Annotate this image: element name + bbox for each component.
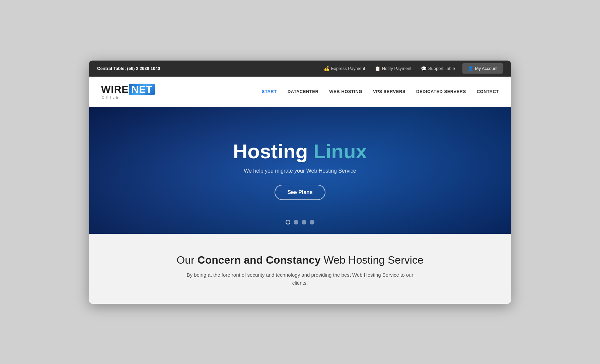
- support-icon: 💬: [421, 66, 427, 71]
- nav-vps-servers[interactable]: VPS SERVERS: [373, 89, 405, 94]
- nav-contact[interactable]: CONTACT: [477, 89, 499, 94]
- hero-title-accent: Linux: [313, 140, 367, 163]
- logo-wire: WIRE: [101, 84, 129, 94]
- notify-icon: 📋: [375, 66, 380, 71]
- notify-payment-label: Notify Payment: [382, 66, 411, 71]
- nav-web-hosting[interactable]: WEB HOSTING: [329, 89, 362, 94]
- logo: WIRENET CHILE: [101, 84, 155, 99]
- top-bar: Central Table: (56) 2 2938 1040 💰 Expres…: [89, 61, 511, 77]
- logo-wrapper: WIRENET CHILE: [101, 84, 155, 99]
- payment-icon: 💰: [324, 66, 329, 71]
- my-account-button[interactable]: 👤 My Account: [462, 63, 503, 74]
- express-payment-label: Express Payment: [331, 66, 365, 71]
- hero-dot-3[interactable]: [302, 220, 306, 224]
- hero-dot-1[interactable]: [286, 220, 290, 224]
- nav-datacenter[interactable]: DATACENTER: [288, 89, 319, 94]
- notify-payment-link[interactable]: 📋 Notify Payment: [370, 66, 416, 71]
- support-table-link[interactable]: 💬 Support Table: [416, 66, 460, 71]
- hero-dot-4[interactable]: [310, 220, 314, 224]
- nav-links: START DATACENTER WEB HOSTING VPS SERVERS…: [262, 89, 499, 94]
- my-account-label: My Account: [475, 66, 498, 71]
- content-heading-bold: Concern and Constancy: [198, 254, 321, 266]
- logo-text: WIRENET: [101, 84, 155, 95]
- support-table-label: Support Table: [428, 66, 455, 71]
- phone-number: Central Table: (56) 2 2938 1040: [97, 66, 160, 71]
- browser-frame: Central Table: (56) 2 2938 1040 💰 Expres…: [89, 61, 511, 304]
- express-payment-link[interactable]: 💰 Express Payment: [319, 66, 370, 71]
- content-section: Our Concern and Constancy Web Hosting Se…: [89, 234, 511, 304]
- content-heading: Our Concern and Constancy Web Hosting Se…: [102, 254, 498, 266]
- hero-subtitle: We help you migrate your Web Hosting Ser…: [233, 168, 367, 174]
- content-subtext: By being at the forefront of security an…: [183, 271, 417, 287]
- account-icon: 👤: [468, 66, 473, 71]
- top-bar-actions: 💰 Express Payment 📋 Notify Payment 💬 Sup…: [319, 63, 503, 74]
- nav-dedicated-servers[interactable]: DEDICATED SERVERS: [416, 89, 466, 94]
- logo-chile: CHILE: [101, 96, 120, 99]
- see-plans-button[interactable]: See Plans: [275, 185, 325, 200]
- nav-start[interactable]: START: [262, 89, 277, 94]
- hero-title: Hosting Linux: [233, 141, 367, 163]
- hero-section: Hosting Linux We help you migrate your W…: [89, 107, 511, 234]
- hero-title-main: Hosting: [233, 140, 313, 163]
- hero-dot-2[interactable]: [294, 220, 298, 224]
- logo-net: NET: [129, 84, 155, 95]
- hero-dots: [286, 220, 314, 224]
- hero-content: Hosting Linux We help you migrate your W…: [226, 141, 374, 200]
- navbar: WIRENET CHILE START DATACENTER WEB HOSTI…: [89, 77, 511, 107]
